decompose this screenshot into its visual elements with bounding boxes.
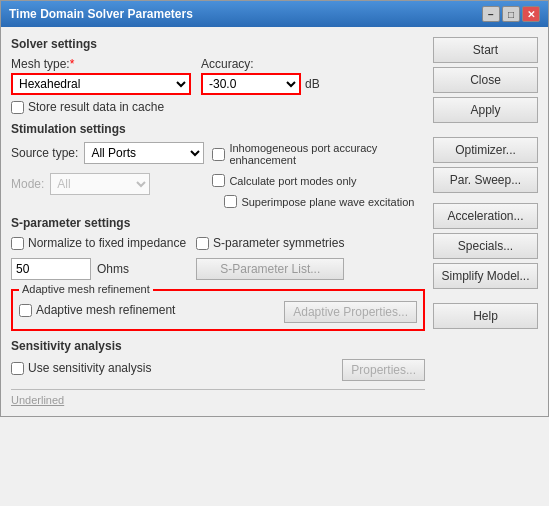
adaptive-mesh-section: Adaptive mesh refinement Adaptive mesh r… [11,289,425,331]
inhomogeneous-checkbox[interactable] [212,148,225,161]
content-area: Solver settings Mesh type:* Hexahedral T… [1,27,548,416]
adaptive-mesh-checkbox[interactable] [19,304,32,317]
source-type-label: Source type: [11,146,78,160]
simplify-model-button[interactable]: Simplify Model... [433,263,538,289]
underlined-label: Underlined [11,394,64,406]
par-sweep-button[interactable]: Par. Sweep... [433,167,538,193]
close-button[interactable]: Close [433,67,538,93]
impedance-unit: Ohms [97,262,129,276]
adaptive-mesh-legend: Adaptive mesh refinement [19,283,153,295]
right-panel: Start Close Apply Optimizer... Par. Swee… [433,37,538,406]
underlined-area: Underlined [11,389,425,406]
store-cache-row: Store result data in cache [11,100,425,114]
mode-select[interactable]: All [50,173,150,195]
symmetries-label: S-parameter symmetries [213,236,344,250]
sensitivity-properties-button[interactable]: Properties... [342,359,425,381]
minimize-button[interactable]: − [482,6,500,22]
sensitivity-section: Sensitivity analysis Use sensitivity ana… [11,339,425,381]
apply-button[interactable]: Apply [433,97,538,123]
sensitivity-checkbox[interactable] [11,362,24,375]
main-window: Time Domain Solver Parameters − □ ✕ Solv… [0,0,549,417]
solver-settings-label: Solver settings [11,37,425,51]
accuracy-label: Accuracy: [201,57,254,71]
start-button[interactable]: Start [433,37,538,63]
source-type-row: Source type: All Ports Selected Ports [11,142,204,164]
superimpose-label: Superimpose plane wave excitation [241,196,414,208]
store-cache-checkbox[interactable] [11,101,24,114]
mesh-type-label: Mesh type: [11,57,70,71]
superimpose-checkbox[interactable] [224,195,237,208]
accuracy-unit: dB [305,77,320,91]
sensitivity-checkbox-row: Use sensitivity analysis [11,361,151,375]
window-title: Time Domain Solver Parameters [9,7,193,21]
adaptive-properties-button[interactable]: Adaptive Properties... [284,301,417,323]
acceleration-button[interactable]: Acceleration... [433,203,538,229]
optimizer-button[interactable]: Optimizer... [433,137,538,163]
mesh-type-group: Mesh type:* Hexahedral Tetrahedral [11,57,191,95]
calculate-ports-row: Calculate port modes only [212,174,425,187]
inhomogeneous-label: Inhomogeneous port accuracy enhancement [229,142,425,166]
source-type-select[interactable]: All Ports Selected Ports [84,142,204,164]
accuracy-select[interactable]: -30.0 -20.0 -40.0 [201,73,301,95]
adaptive-mesh-checkbox-row: Adaptive mesh refinement [19,303,175,317]
impedance-row: Ohms [11,258,186,280]
adaptive-mesh-label: Adaptive mesh refinement [36,303,175,317]
superimpose-row: Superimpose plane wave excitation [224,195,425,208]
normalize-row: Normalize to fixed impedance [11,236,186,250]
title-bar-buttons: − □ ✕ [482,6,540,22]
accuracy-group: Accuracy: -30.0 -20.0 -40.0 dB [201,57,320,95]
sparam-settings-label: S-parameter settings [11,216,425,230]
sensitivity-label: Sensitivity analysis [11,339,425,353]
specials-button[interactable]: Specials... [433,233,538,259]
stimulation-settings-label: Stimulation settings [11,122,425,136]
inhomogeneous-row: Inhomogeneous port accuracy enhancement [212,142,425,166]
mode-label: Mode: [11,177,44,191]
normalize-label: Normalize to fixed impedance [28,236,186,250]
calculate-ports-checkbox[interactable] [212,174,225,187]
calculate-ports-label: Calculate port modes only [229,175,356,187]
impedance-input[interactable] [11,258,91,280]
title-bar: Time Domain Solver Parameters − □ ✕ [1,1,548,27]
sensitivity-checkbox-label: Use sensitivity analysis [28,361,151,375]
help-button[interactable]: Help [433,303,538,329]
mesh-required-star: * [70,57,75,71]
store-cache-label: Store result data in cache [28,100,164,114]
symmetries-checkbox[interactable] [196,237,209,250]
close-window-button[interactable]: ✕ [522,6,540,22]
mode-row: Mode: All [11,173,204,195]
left-panel: Solver settings Mesh type:* Hexahedral T… [11,37,425,406]
normalize-checkbox[interactable] [11,237,24,250]
symmetries-row: S-parameter symmetries [196,236,344,250]
sparam-list-button[interactable]: S-Parameter List... [196,258,344,280]
maximize-button[interactable]: □ [502,6,520,22]
mesh-type-select[interactable]: Hexahedral Tetrahedral [11,73,191,95]
